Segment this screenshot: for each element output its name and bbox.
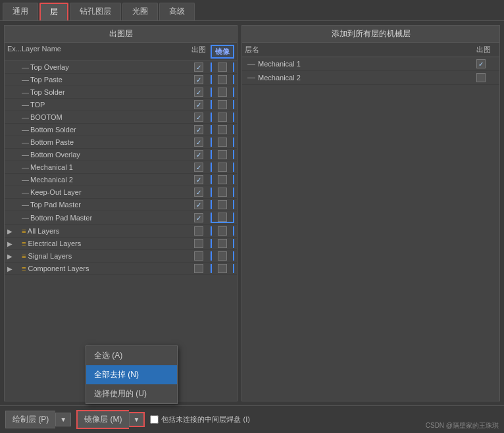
mirror-cb-top-overlay[interactable]: [218, 63, 227, 72]
mirror-layer-button[interactable]: 镜像层 (M): [76, 410, 128, 429]
watermark: CSDN @隔壁家的王珠琪: [426, 421, 499, 430]
mirror-cb-bottom-paste[interactable]: [218, 138, 227, 147]
layer-row-top-paste: —Top Paste: [5, 74, 237, 86]
layer-row-keepout: —Keep-Out Layer: [5, 186, 237, 199]
dropdown-item-select-used[interactable]: 选择使用的 (U): [86, 384, 177, 403]
print-cb-all-layers[interactable]: [194, 226, 203, 236]
tab-general[interactable]: 通用: [3, 3, 38, 20]
print-cb-signal[interactable]: [194, 251, 203, 261]
print-cb-electrical[interactable]: [194, 239, 203, 248]
layer-row-top-solder: —Top Solder: [5, 86, 237, 99]
mirror-cb-component[interactable]: [218, 264, 227, 273]
right-panel-title: 添加到所有层的机械层: [242, 26, 499, 43]
group-row-component: ▶ ≡ Component Layers: [5, 263, 237, 275]
mirror-cb-top-solder[interactable]: [218, 88, 227, 97]
tab-advanced[interactable]: 高级: [159, 3, 195, 20]
col-mirror-header: 镜像: [211, 45, 234, 59]
include-unconnected-checkbox[interactable]: 包括未连接的中间层焊盘 (I): [150, 415, 249, 424]
col-print-header: 出图: [187, 45, 211, 59]
include-unconnected-label: 包括未连接的中间层焊盘 (I): [161, 415, 249, 424]
print-cb-bootom[interactable]: [194, 113, 203, 122]
print-cb-bottom-overlay[interactable]: [194, 150, 203, 159]
mirror-cb-bottom-pad-master[interactable]: [218, 213, 227, 222]
layer-row-bottom-pad-master: —Bottom Pad Master: [5, 211, 237, 225]
draw-layer-arrow[interactable]: ▼: [55, 413, 71, 426]
print-cb-top-solder[interactable]: [194, 88, 203, 97]
draw-layer-button[interactable]: 绘制层 (P): [5, 411, 55, 428]
mech-col-print-header: 出图: [470, 45, 497, 55]
tab-aperture[interactable]: 光圈: [122, 3, 158, 20]
left-table-header: Ex... Layer Name 出图 镜像: [5, 43, 237, 61]
tab-bar: 通用 层 钻孔图层 光圈 高级: [0, 0, 504, 21]
mirror-cb-top-paste[interactable]: [218, 75, 227, 84]
print-cb-mech2[interactable]: [194, 175, 203, 184]
mech-print-cb-1[interactable]: [476, 59, 486, 68]
print-cb-keepout[interactable]: [194, 188, 203, 197]
layer-row-bottom-paste: —Bottom Paste: [5, 136, 237, 149]
print-cb-bottom-solder[interactable]: [194, 125, 203, 134]
mirror-cb-bottom-overlay[interactable]: [218, 150, 227, 159]
layer-row-mech1: —Mechanical 1: [5, 161, 237, 174]
mech-row-1: — Mechanical 1: [242, 57, 499, 71]
mech-print-cb-2[interactable]: [476, 73, 486, 82]
mirror-layer-dropdown[interactable]: 镜像层 (M) ▼: [76, 410, 145, 429]
layer-row-top-pad-master: —Top Pad Master: [5, 199, 237, 211]
right-table-header: 层名 出图: [242, 43, 499, 57]
tab-layers[interactable]: 层: [39, 3, 68, 20]
layer-row-mech2: —Mechanical 2: [5, 174, 237, 186]
mirror-cb-all-layers[interactable]: [218, 226, 227, 236]
mech-row-2: — Mechanical 2: [242, 71, 499, 85]
mirror-cb-mech2[interactable]: [218, 175, 227, 184]
mirror-cb-top[interactable]: [218, 100, 227, 109]
print-cb-top-overlay[interactable]: [194, 63, 203, 72]
mirror-cb-keepout[interactable]: [218, 188, 227, 197]
group-row-electrical: ▶ ≡ Electrical Layers: [5, 238, 237, 250]
include-unconnected-input[interactable]: [150, 415, 159, 424]
draw-layer-dropdown[interactable]: 绘制层 (P) ▼: [5, 411, 71, 428]
mirror-cb-signal[interactable]: [218, 251, 227, 261]
mirror-layer-arrow[interactable]: ▼: [129, 412, 145, 427]
mirror-cb-bootom[interactable]: [218, 113, 227, 122]
left-panel-title: 出图层: [5, 26, 237, 43]
print-cb-bottom-pad-master[interactable]: [194, 213, 203, 222]
mirror-cb-mech1[interactable]: [218, 163, 227, 172]
mirror-cb-electrical[interactable]: [218, 239, 227, 248]
tab-drill[interactable]: 钻孔图层: [70, 3, 121, 20]
print-cb-top[interactable]: [194, 100, 203, 109]
bottom-bar: 绘制层 (P) ▼ 镜像层 (M) ▼ 包括未连接的中间层焊盘 (I) 全选 (…: [0, 405, 504, 433]
content-area: 出图层 Ex... Layer Name 出图 镜像 —Top Overlay …: [0, 21, 504, 405]
layer-row-top: —TOP: [5, 99, 237, 111]
mirror-cb-top-pad-master[interactable]: [218, 200, 227, 209]
mirror-cb-bottom-solder[interactable]: [218, 125, 227, 134]
dropdown-item-select-all[interactable]: 全选 (A): [86, 346, 177, 365]
print-cb-mech1[interactable]: [194, 163, 203, 172]
print-cb-bottom-paste[interactable]: [194, 138, 203, 147]
right-panel: 添加到所有层的机械层 层名 出图 — Mechanical 1 — Mechan…: [241, 25, 500, 401]
col-ex-header: Ex...: [7, 45, 22, 59]
print-cb-top-pad-master[interactable]: [194, 200, 203, 209]
print-cb-top-paste[interactable]: [194, 75, 203, 84]
print-cb-component[interactable]: [194, 264, 203, 273]
main-window: 通用 层 钻孔图层 光圈 高级 出图层 Ex... Layer Name 出图 …: [0, 0, 504, 433]
group-row-all-layers: ▶ ≡ All Layers: [5, 225, 237, 238]
layer-row-top-overlay: —Top Overlay: [5, 61, 237, 74]
group-row-signal: ▶ ≡ Signal Layers: [5, 250, 237, 263]
layer-row-bootom: —BOOTOM: [5, 111, 237, 124]
mirror-dropdown-menu: 全选 (A) 全部去掉 (N) 选择使用的 (U): [86, 345, 178, 404]
layer-row-bottom-overlay: —Bottom Overlay: [5, 149, 237, 161]
mech-col-name-header: 层名: [245, 45, 470, 55]
dropdown-item-deselect-all[interactable]: 全部去掉 (N): [86, 365, 177, 384]
col-name-header: Layer Name: [22, 45, 187, 59]
layer-row-bottom-solder: —Bottom Solder: [5, 124, 237, 136]
